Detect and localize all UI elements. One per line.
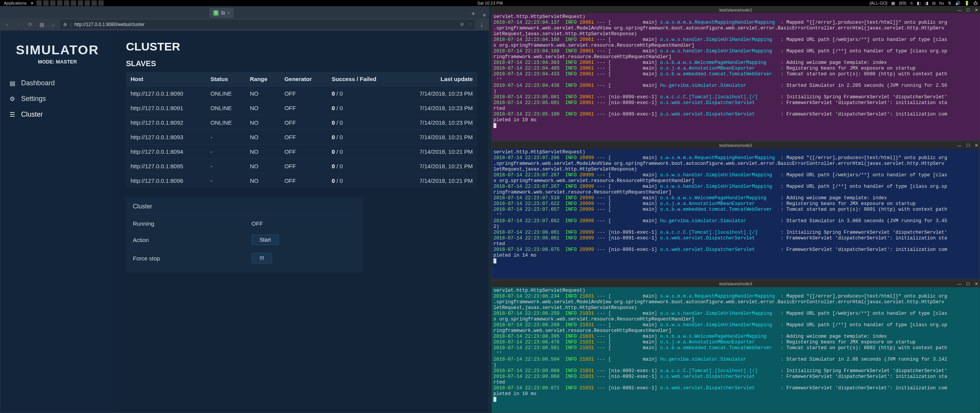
taskbar-icon[interactable] [78,0,83,6]
minimize-icon[interactable]: — [957,8,962,13]
taskbar-icon[interactable] [50,0,56,6]
cell-success-failed: 0 / 0 [327,86,397,101]
taskbar-icon[interactable] [64,0,69,6]
cell-status: ONLINE [206,115,245,130]
tab-favicon-icon: S [213,10,219,16]
applications-menu[interactable]: Applications [2,1,28,5]
maximize-icon[interactable]: ☐ [966,143,970,148]
cluster-box-title: Cluster [133,203,356,214]
table-row: http://127.0.0.1:8096-NOOFF0 / 07/14/201… [126,174,477,188]
cluster-running-row: Running OFF [133,216,356,231]
cell-status: - [206,159,245,174]
tray-icon[interactable]: ⎋ [910,1,913,5]
terminal-output[interactable]: servlet.http.HttpServletRequest) 2018-07… [492,149,980,279]
taskbar-icon[interactable] [85,0,90,6]
col-generator: Generator [280,72,327,86]
taskbar-icon[interactable] [43,0,49,6]
cell-host: http://127.0.0.1:8095 [126,159,206,174]
taskbar-icon[interactable] [98,0,104,6]
tray-icon[interactable]: ◧ [917,1,921,6]
close-icon[interactable]: ✕ [975,8,978,13]
taskbar-icon[interactable] [36,0,42,6]
col-last-update: Last update [397,72,477,86]
cell-success-failed: 0 / 0 [327,145,397,159]
sidebar-item-dashboard[interactable]: ▤ Dashboard [7,75,108,91]
grid-icon[interactable]: ▦ [891,1,895,6]
browser-tab[interactable]: S Si × [209,8,234,18]
browser-menu-icon[interactable]: ≡ [483,12,486,18]
cell-range: NO [245,115,280,130]
downloads-button[interactable]: ⭳ [477,20,487,29]
sidebar-item-settings[interactable]: ⚙ Settings [7,91,108,107]
main-content: CLUSTER SLAVES Host Status Range Generat… [114,31,489,413]
cell-status: ONLINE [206,101,245,115]
taskbar-icon[interactable] [91,0,97,6]
terminal-title: test/slaves/node2 [719,143,752,148]
terminal-window-node3: test/slaves/node3 — ☐ ✕ servlet.http.Htt… [492,280,980,413]
maximize-icon[interactable]: ☐ [966,8,970,13]
start-button[interactable]: Start [252,234,279,245]
system-top-panel: Applications ▾ Sat 10:23 PM [ALL-GO] ▦ (… [0,0,980,6]
new-tab-button[interactable]: + [467,10,479,18]
terminal-titlebar[interactable]: test/slaves/node1 — ☐ ✕ [492,7,980,13]
volume-icon[interactable]: 🔊 [955,1,960,6]
running-label: Running [133,220,252,227]
sidebar: SIMULATOR MODE: MASTER ▤ Dashboard ⚙ Set… [0,31,114,413]
language-indicator[interactable]: hu [939,1,944,5]
running-value: OFF [252,220,263,227]
cell-range: NO [245,159,280,174]
tiles-button[interactable]: ▦ [37,20,46,29]
cell-success-failed: 0 / 0 [327,159,397,174]
close-icon[interactable]: ✕ [975,143,978,148]
terminal-titlebar[interactable]: test/slaves/node3 — ☐ ✕ [492,280,980,287]
cell-success-failed: 0 / 0 [327,174,397,188]
minimize-icon[interactable]: — [957,143,962,148]
tray-icon[interactable]: ⊟ [932,1,936,6]
reload-button[interactable]: ⟳ [26,20,35,29]
tray-icon[interactable]: ◨ [924,1,928,6]
sidebar-item-label: Settings [21,95,46,103]
workspace-count[interactable]: (69) [899,1,906,5]
app-brand: SIMULATOR [7,42,108,57]
col-host: Host [126,72,206,86]
address-row: ‹ › ⟳ ▦ ⌂ ⊕ | http://127.0.0.1:8080/webu… [0,18,489,31]
power-icon[interactable]: ⏻ [973,1,978,5]
cell-host: http://127.0.0.1:8093 [126,130,206,145]
cell-generator: OFF [280,130,327,145]
force-stop-label: Force stop [133,255,252,262]
tab-close-icon[interactable]: × [227,10,230,16]
cell-success-failed: 0 / 0 [327,130,397,145]
taskbar-icon[interactable] [71,0,76,6]
cluster-box: Cluster Running OFF Action Start Force s… [126,198,363,273]
cell-generator: OFF [280,174,327,188]
action-label: Action [133,237,252,243]
battery-icon[interactable]: 🔋 [964,1,970,6]
cell-success-failed: 0 / 0 [327,115,397,130]
cell-last-update: 7/14/2018, 10:23 PM [397,115,477,130]
network-icon[interactable]: ⇅ [948,1,951,6]
terminal-window-node1: test/slaves/node1 — ☐ ✕ servlet.http.Htt… [492,6,980,141]
heart-icon[interactable]: ♡ [468,22,472,27]
globe-icon: ⊕ [63,22,67,27]
sidebar-item-label: Cluster [21,111,43,119]
force-stop-button[interactable]: !!! [252,253,272,263]
minimize-icon[interactable]: — [957,281,962,286]
clock[interactable]: Sat 10:23 PM [477,1,503,5]
terminal-titlebar[interactable]: test/slaves/node2 — ☐ ✕ [492,142,980,149]
sidebar-item-label: Dashboard [21,79,55,87]
workspace-indicator[interactable]: [ALL-GO] [870,1,887,5]
terminal-output[interactable]: servlet.http.HttpServletRequest) 2018-07… [492,13,980,140]
table-row: http://127.0.0.1:8090ONLINENOOFF0 / 07/1… [126,86,477,101]
close-icon[interactable]: ✕ [975,281,978,286]
taskbar-icon[interactable] [57,0,62,6]
terminal-output[interactable]: servlet.http.HttpServletRequest) 2018-07… [492,287,980,413]
maximize-icon[interactable]: ☐ [966,281,970,286]
back-button[interactable]: ‹ [3,20,12,29]
home-button[interactable]: ⌂ [49,20,58,29]
cluster-action-row: Action Start [133,231,356,249]
sidebar-item-cluster[interactable]: ☰ Cluster [7,107,108,122]
address-bar[interactable]: ⊕ | http://127.0.0.1:8080/webui/cluster … [60,20,475,29]
shield-icon[interactable]: ⛨ [460,22,465,27]
terminal-window-node2: test/slaves/node2 — ☐ ✕ servlet.http.Htt… [492,141,980,279]
forward-button[interactable]: › [14,20,23,29]
